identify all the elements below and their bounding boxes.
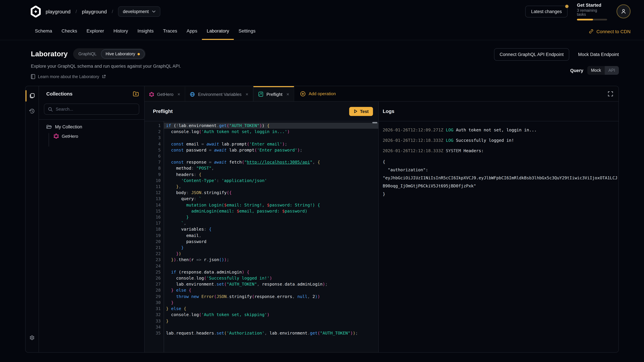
get-started-title: Get Started bbox=[577, 2, 607, 7]
code-line[interactable]: 28 } else { bbox=[144, 287, 378, 294]
code-line[interactable]: 5 const password = await lab.prompt('Ent… bbox=[144, 147, 378, 153]
nav-tab-history[interactable]: History bbox=[109, 23, 133, 40]
code-line[interactable]: 21 } bbox=[144, 245, 378, 251]
code-line[interactable]: 26 console.log('Successfully logged in!'… bbox=[144, 275, 378, 281]
nav-tab-laboratory[interactable]: Laboratory bbox=[202, 23, 234, 40]
brand: playground / playground / development bbox=[30, 5, 160, 17]
connect-graphql-api-endpoint-button[interactable]: Connect GraphQL API Endpoint bbox=[494, 48, 569, 61]
latest-changes-button[interactable]: Latest changes bbox=[526, 5, 568, 17]
history-rail-icon[interactable] bbox=[27, 106, 37, 116]
preflight-editor-pane: Preflight Test 1if (!lab.environment.get… bbox=[144, 102, 379, 352]
code-line[interactable]: 30 } bbox=[144, 300, 378, 306]
mock-data-endpoint-button[interactable]: Mock Data Endpoint bbox=[578, 52, 619, 57]
code-line[interactable]: 6 bbox=[144, 153, 378, 159]
nav-tab-checks[interactable]: Checks bbox=[57, 23, 82, 40]
code-line[interactable]: 7 const response = await fetch("http://l… bbox=[144, 159, 378, 165]
code-line[interactable]: 15 adminLogin(email: $email, password: $… bbox=[144, 208, 378, 214]
preflight-script-editor[interactable]: 1if (!lab.environment.get("AUTH_TOKEN"))… bbox=[144, 121, 378, 352]
target-selector[interactable]: development bbox=[118, 6, 160, 16]
code-line[interactable]: 27 lab.environment.set("AUTH_TOKEN", res… bbox=[144, 281, 378, 287]
add-collection-folder-icon[interactable] bbox=[133, 91, 139, 96]
query-target-toggle: Query Mock API bbox=[570, 66, 619, 75]
tab-gethero[interactable]: GetHero × bbox=[144, 86, 185, 101]
query-toggle-api[interactable]: API bbox=[605, 66, 619, 75]
close-icon[interactable]: × bbox=[286, 91, 289, 97]
collections-tree: My Collection GetHero bbox=[39, 120, 144, 139]
code-line[interactable]: 12 body: JSON.stringify({ bbox=[144, 190, 378, 196]
logs-body[interactable]: 2026-01-26T12:12:09.271Z LOG Auth token … bbox=[379, 121, 618, 352]
code-line[interactable]: 29 throw new Error(JSON.stringify(respon… bbox=[144, 294, 378, 300]
close-icon[interactable]: × bbox=[178, 91, 180, 97]
search-input[interactable] bbox=[56, 107, 135, 112]
external-link-icon bbox=[102, 75, 106, 78]
code-line[interactable]: 3 bbox=[144, 135, 378, 141]
nav-tab-insights[interactable]: Insights bbox=[133, 23, 158, 40]
get-started-widget[interactable]: Get Started 3 remaining tasks bbox=[577, 2, 607, 20]
connect-to-cdn-link[interactable]: Connect to CDN bbox=[589, 23, 630, 40]
person-icon bbox=[620, 8, 626, 14]
code-line[interactable]: 25 if (response.data.adminLogin) { bbox=[144, 269, 378, 275]
code-line[interactable]: 31} else { bbox=[144, 306, 378, 312]
add-operation-button[interactable]: Add operation bbox=[294, 86, 342, 101]
collection-folder-my-collection[interactable]: My Collection bbox=[46, 124, 144, 129]
code-line[interactable]: 35lab.request.headers.set('Authorization… bbox=[144, 330, 378, 336]
code-line[interactable]: 34 bbox=[144, 324, 378, 330]
preflight-pane-title: Preflight bbox=[153, 109, 173, 114]
book-icon bbox=[31, 74, 35, 79]
side-rail bbox=[26, 86, 39, 352]
tab-environment-variables[interactable]: Environment Variables × bbox=[185, 86, 254, 101]
code-line[interactable]: 18 variables: { bbox=[144, 226, 378, 232]
code-line[interactable]: 22 }) bbox=[144, 251, 378, 257]
settings-gear-icon[interactable] bbox=[27, 333, 37, 342]
learn-more-link[interactable]: Learn more about the Laboratory bbox=[31, 74, 181, 79]
page-description: Explore your GraphQL schema and run quer… bbox=[31, 64, 181, 69]
code-line[interactable]: 17 `, bbox=[144, 220, 378, 226]
code-line[interactable]: 13 query: ` bbox=[144, 196, 378, 202]
mode-option-hive-laboratory[interactable]: Hive Laboratory bbox=[101, 49, 145, 59]
nav-tab-traces[interactable]: Traces bbox=[158, 23, 182, 40]
code-line[interactable]: 33} bbox=[144, 318, 378, 324]
collection-operation-gethero[interactable]: GetHero bbox=[54, 133, 144, 139]
code-line[interactable]: 23 }).then(r => r.json()); bbox=[144, 257, 378, 263]
nav-tab-apps[interactable]: Apps bbox=[182, 23, 202, 40]
collections-search[interactable] bbox=[44, 104, 139, 115]
code-line[interactable]: 16 } bbox=[144, 214, 378, 220]
breadcrumb-org[interactable]: playground bbox=[46, 8, 70, 14]
primary-nav: SchemaChecksExplorerHistoryInsightsTrace… bbox=[30, 23, 260, 40]
editor-scrollbar[interactable] bbox=[372, 122, 377, 123]
query-toggle-mock[interactable]: Mock bbox=[587, 66, 605, 75]
ui-mode-toggle: GraphiQL Hive Laboratory bbox=[73, 48, 146, 60]
code-line[interactable]: 32 console.log('Auth token set, skipping… bbox=[144, 312, 378, 318]
top-bar: playground / playground / development La… bbox=[0, 0, 644, 23]
code-line[interactable]: 4 const email = await lab.prompt('Enter … bbox=[144, 141, 378, 147]
close-icon[interactable]: × bbox=[246, 91, 248, 97]
laboratory-header-left: Laboratory GraphiQL Hive Laboratory Expl… bbox=[31, 48, 181, 84]
collections-rail-icon[interactable] bbox=[27, 91, 37, 100]
code-line[interactable]: 20 password bbox=[144, 239, 378, 245]
mode-active-dot bbox=[138, 53, 140, 55]
code-line[interactable]: 11 }, bbox=[144, 184, 378, 190]
query-toggle-label: Query bbox=[570, 68, 583, 73]
code-line[interactable]: 1if (!lab.environment.get("AUTH_TOKEN"))… bbox=[144, 123, 378, 129]
rail-active-indicator bbox=[26, 90, 26, 102]
breadcrumb-project[interactable]: playground bbox=[82, 8, 107, 14]
nav-tab-explorer[interactable]: Explorer bbox=[82, 23, 109, 40]
nav-tab-schema[interactable]: Schema bbox=[30, 23, 57, 40]
code-line[interactable]: 10 'Content-Type': 'application/json' bbox=[144, 178, 378, 184]
hive-logo-icon[interactable] bbox=[30, 5, 41, 17]
test-button[interactable]: Test bbox=[349, 107, 373, 116]
code-line[interactable]: 2 console.log('Auth token not set, loggi… bbox=[144, 129, 378, 135]
code-line[interactable]: 8 method: "POST", bbox=[144, 165, 378, 171]
get-started-progress-fill bbox=[577, 18, 593, 20]
code-line[interactable]: 19 email, bbox=[144, 232, 378, 239]
fullscreen-icon[interactable] bbox=[608, 86, 618, 101]
code-line[interactable]: 24 bbox=[144, 263, 378, 269]
tab-preflight[interactable]: Preflight × bbox=[254, 86, 294, 101]
log-entry: 2026-01-26T12:12:18.333Z SYSTEM Headers: bbox=[383, 147, 618, 154]
nav-tab-settings[interactable]: Settings bbox=[234, 23, 260, 40]
code-line[interactable]: 14 mutation Login($email: String!, $pass… bbox=[144, 202, 378, 208]
mode-option-graphiql[interactable]: GraphiQL bbox=[74, 50, 101, 58]
graphql-icon bbox=[149, 92, 154, 97]
user-avatar[interactable] bbox=[616, 4, 630, 18]
code-line[interactable]: 9 headers: { bbox=[144, 171, 378, 177]
